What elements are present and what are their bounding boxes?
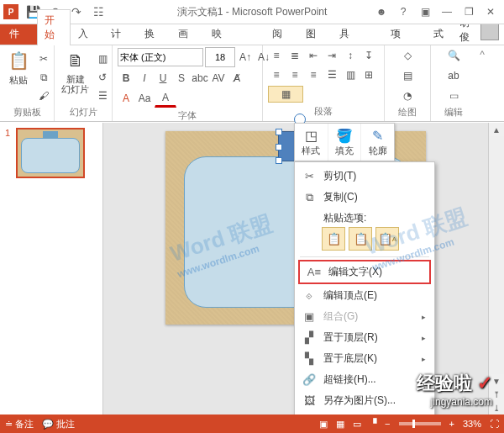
columns-icon[interactable]: ▥	[342, 66, 359, 83]
select-icon[interactable]: ▭	[445, 87, 462, 104]
align-left-icon[interactable]: ≡	[268, 66, 285, 83]
ctx-group[interactable]: ▣组合(G)▸	[295, 306, 434, 327]
ribbon: 📋 粘贴 ✂ ⧉ 🖌 剪贴板 🗎 新建 幻灯片 ▥ ↺ ☰ 幻灯片	[0, 45, 504, 122]
reading-view-icon[interactable]: ▭	[353, 419, 361, 430]
scroll-up-icon[interactable]: ▲	[489, 123, 504, 136]
mini-fill-button[interactable]: 🪣 填充	[328, 124, 362, 161]
decrease-indent-icon[interactable]: ⇤	[305, 47, 322, 64]
face-icon[interactable]: ☻	[373, 3, 390, 20]
section-icon[interactable]: ☰	[94, 87, 111, 104]
slideshow-view-icon[interactable]: ▝	[370, 419, 376, 430]
bring-front-icon: ▞	[302, 331, 317, 344]
group-font: A↑ A↓ B I U S abc AV A̸ A Aa A 字体	[113, 45, 263, 121]
comments-button[interactable]: 💬批注	[42, 418, 75, 430]
bullets-icon[interactable]: ≡	[268, 47, 285, 64]
font-color-icon[interactable]: A	[155, 89, 176, 108]
align-right-icon[interactable]: ≡	[305, 66, 322, 83]
group-label: 编辑	[436, 104, 471, 120]
group-clipboard: 📋 粘贴 ✂ ⧉ 🖌 剪贴板	[0, 45, 55, 121]
clear-format-icon[interactable]: A̸	[228, 70, 245, 87]
spacing-icon[interactable]: AV	[210, 70, 227, 87]
zoom-slider[interactable]	[399, 422, 441, 425]
notes-button[interactable]: ≐备注	[5, 418, 34, 430]
ribbon-options-icon[interactable]: ▣	[417, 3, 433, 20]
copy-icon: ⧉	[302, 191, 317, 204]
text-direction-icon[interactable]: ↧	[360, 47, 377, 64]
justify-icon[interactable]: ☰	[323, 66, 340, 83]
qat-more-icon[interactable]: ☷	[91, 4, 106, 19]
fit-window-icon[interactable]: ⛶	[490, 419, 499, 429]
layout-icon[interactable]: ▥	[94, 50, 111, 67]
tab-home[interactable]: 开始	[37, 9, 71, 45]
ctx-edit-text[interactable]: A≡编辑文字(X)	[298, 260, 431, 284]
normal-view-icon[interactable]: ▣	[319, 419, 328, 430]
context-menu: ✂剪切(T) ⧉复制(C) 粘贴选项: 📋 📋 📋A A≡编辑文字(X) ⟐编辑…	[294, 161, 435, 433]
bold-icon[interactable]: B	[118, 70, 134, 87]
restore-icon[interactable]: ❐	[460, 3, 477, 20]
paste-source-icon[interactable]: 📋	[349, 227, 372, 251]
ctx-paste-options: 📋 📋 📋A	[295, 225, 434, 254]
arrange-icon[interactable]: ▤	[399, 67, 416, 84]
mini-style-button[interactable]: ◳ 样式	[295, 124, 328, 161]
increase-indent-icon[interactable]: ⇥	[323, 47, 340, 64]
slide-thumbnail[interactable]	[16, 128, 85, 178]
ctx-paste-header: 粘贴选项:	[295, 208, 434, 225]
zoom-level[interactable]: 33%	[463, 419, 481, 429]
ctx-bring-front[interactable]: ▞置于顶层(R)▸	[295, 327, 434, 348]
cut-icon[interactable]: ✂	[35, 50, 52, 67]
find-icon[interactable]: 🔍	[445, 47, 462, 64]
smartart-icon[interactable]: ▦	[268, 86, 303, 103]
fill-icon: 🪣	[336, 128, 353, 144]
app-icon[interactable]: P	[3, 4, 18, 19]
paste-theme-icon[interactable]: 📋	[322, 227, 345, 251]
highlight-icon[interactable]: A	[118, 90, 134, 107]
underline-icon[interactable]: U	[155, 70, 171, 87]
font-size-input[interactable]	[205, 47, 235, 67]
sorter-view-icon[interactable]: ▦	[336, 419, 344, 430]
save-pic-icon: 🖼	[302, 394, 317, 407]
group-slides: 🗎 新建 幻灯片 ▥ ↺ ☰ 幻灯片	[55, 45, 113, 121]
align-center-icon[interactable]: ≡	[286, 66, 303, 83]
group-drawing: ◇ ▤ ◔ 绘图	[385, 45, 431, 121]
strike-icon[interactable]: S	[173, 70, 190, 87]
mini-outline-button[interactable]: ✎ 轮廓	[361, 124, 394, 161]
redo-icon[interactable]: ↷	[69, 4, 84, 19]
cut-icon: ✂	[302, 170, 317, 182]
zoom-in-icon[interactable]: +	[449, 419, 454, 429]
ctx-copy[interactable]: ⧉复制(C)	[295, 187, 434, 208]
align-text-icon[interactable]: ⊞	[360, 66, 377, 83]
window-title: 演示文稿1 - Microsoft PowerPoint	[177, 5, 328, 19]
ctx-edit-points[interactable]: ⟐编辑顶点(E)	[295, 285, 434, 306]
new-slide-button[interactable]: 🗎 新建 幻灯片	[60, 47, 91, 96]
minimize-icon[interactable]: —	[438, 3, 455, 20]
brand-overlay: 经验啦 ✓ jingyanla.com	[417, 371, 492, 408]
line-spacing-icon[interactable]: ↕	[342, 47, 359, 64]
help-icon[interactable]: ?	[395, 3, 412, 20]
ctx-cut[interactable]: ✂剪切(T)	[295, 166, 434, 187]
zoom-out-icon[interactable]: −	[385, 419, 390, 429]
shapes-icon[interactable]: ◇	[399, 47, 416, 64]
paste-picture-icon[interactable]: 📋A	[375, 227, 399, 251]
numbering-icon[interactable]: ≣	[286, 47, 303, 64]
format-painter-icon[interactable]: 🖌	[35, 87, 52, 104]
shadow-icon[interactable]: abc	[192, 70, 208, 87]
group-paragraph: ≡ ≣ ⇤ ⇥ ↕ ↧ ≡ ≡ ≡ ☰ ▥ ⊞ ▦ 段落	[263, 45, 385, 121]
copy-icon[interactable]: ⧉	[35, 69, 52, 86]
hyperlink-icon: 🔗	[302, 373, 317, 386]
title-bar: P 💾 ↶ ↷ ☷ 演示文稿1 - Microsoft PowerPoint ☻…	[0, 0, 504, 24]
increase-font-icon[interactable]: A↑	[237, 49, 254, 66]
quick-styles-icon[interactable]: ◔	[399, 87, 416, 104]
reset-icon[interactable]: ↺	[94, 69, 111, 86]
ctx-hyperlink[interactable]: 🔗超链接(H)...	[295, 369, 434, 390]
close-icon[interactable]: ✕	[482, 3, 499, 20]
italic-icon[interactable]: I	[136, 70, 153, 87]
replace-icon[interactable]: ab	[445, 67, 462, 84]
paste-button[interactable]: 📋 粘贴	[5, 47, 32, 88]
collapse-ribbon-icon[interactable]: ^	[476, 45, 488, 121]
case-icon[interactable]: Aa	[136, 90, 153, 107]
font-name-input[interactable]	[118, 48, 203, 66]
group-icon: ▣	[302, 310, 317, 323]
ctx-send-back[interactable]: ▚置于底层(K)▸	[295, 348, 434, 369]
window-controls: ☻ ? ▣ — ❐ ✕	[373, 3, 504, 20]
ctx-save-as-pic[interactable]: 🖼另存为图片(S)...	[295, 390, 434, 411]
